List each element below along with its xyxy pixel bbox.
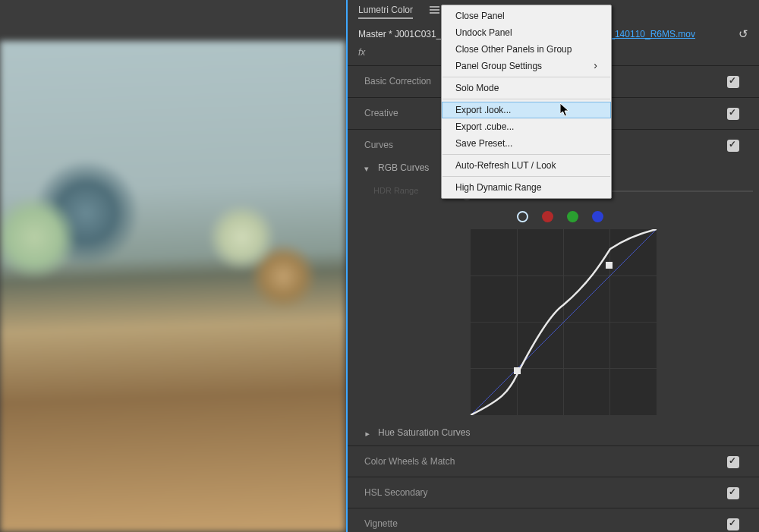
curve-svg <box>471 229 657 415</box>
section-label: HSL Secondary <box>364 487 428 498</box>
section-hsl-secondary[interactable]: HSL Secondary <box>348 477 759 510</box>
section-color-wheels[interactable]: Color Wheels & Match <box>348 445 759 479</box>
swatch-white[interactable] <box>517 211 528 222</box>
curve-channel-swatches <box>517 211 603 222</box>
section-label: Color Wheels & Match <box>364 456 455 467</box>
menu-item-close-other-panels-in-group[interactable]: Close Other Panels in Group <box>442 41 611 58</box>
section-enable-checkbox[interactable] <box>727 108 739 120</box>
panel-title[interactable]: Lumetri Color <box>358 5 413 19</box>
menu-item-export-look[interactable]: Export .look... <box>442 102 611 118</box>
rgb-curve-editor[interactable] <box>471 229 657 415</box>
menu-item-close-panel[interactable]: Close Panel <box>442 8 611 24</box>
menu-item-solo-mode[interactable]: Solo Mode <box>442 80 611 96</box>
swatch-red[interactable] <box>542 211 553 222</box>
section-vignette[interactable]: Vignette <box>348 508 759 532</box>
menu-item-export-cube[interactable]: Export .cube... <box>442 118 611 135</box>
menu-item-panel-group-settings[interactable]: Panel Group Settings <box>442 58 611 74</box>
menu-item-undock-panel[interactable]: Undock Panel <box>442 24 611 41</box>
rgb-curves-label[interactable]: RGB Curves <box>378 162 429 173</box>
hue-sat-curves-label[interactable]: Hue Saturation Curves <box>378 427 470 438</box>
section-label: Vignette <box>364 518 398 529</box>
panel-context-menu: Close PanelUndock PanelClose Other Panel… <box>441 5 612 199</box>
swatch-green[interactable] <box>567 211 578 222</box>
swatch-blue[interactable] <box>592 211 603 222</box>
hdr-range-row: HDR Range 100 <box>373 186 418 195</box>
curve-point[interactable] <box>514 367 521 374</box>
section-enable-checkbox[interactable] <box>727 456 739 468</box>
chevron-down-icon[interactable]: ▾ <box>364 164 369 174</box>
section-enable-checkbox[interactable] <box>727 140 739 152</box>
menu-item-auto-refresh-lut-look[interactable]: Auto-Refresh LUT / Look <box>442 157 611 174</box>
menu-item-high-dynamic-range[interactable]: High Dynamic Range <box>442 179 611 196</box>
section-label: Basic Correction <box>364 76 431 87</box>
chevron-right-icon[interactable]: ▾ <box>362 432 372 436</box>
section-enable-checkbox[interactable] <box>727 76 739 88</box>
menu-item-save-preset[interactable]: Save Preset... <box>442 135 611 152</box>
curve-point[interactable] <box>606 262 613 269</box>
section-label: Curves <box>364 140 393 150</box>
section-label: Creative <box>364 108 398 118</box>
program-monitor-preview <box>0 41 345 532</box>
section-enable-checkbox[interactable] <box>727 518 739 530</box>
reset-icon[interactable]: ↺ <box>739 27 748 41</box>
svg-line-0 <box>471 229 657 415</box>
section-enable-checkbox[interactable] <box>727 487 739 499</box>
panel-menu-icon[interactable] <box>430 6 439 14</box>
hdr-range-label: HDR Range <box>373 186 418 195</box>
clip-master-label: Master * J001C031_ <box>358 29 441 39</box>
